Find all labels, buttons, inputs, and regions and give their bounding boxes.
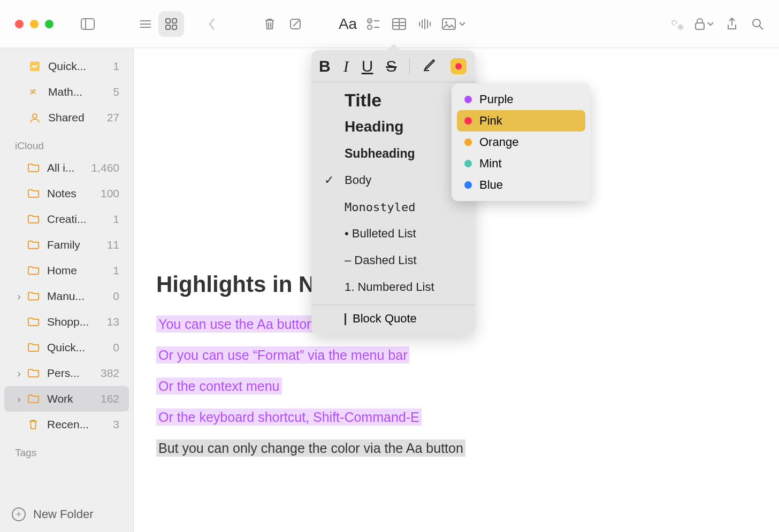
delete-button[interactable]: [257, 11, 282, 37]
share-button[interactable]: [719, 11, 745, 37]
sidebar-item-label: Manu...: [47, 290, 85, 303]
sidebar-item-count: 1: [113, 213, 119, 226]
chevron-right-icon[interactable]: ›: [17, 392, 28, 405]
svg-point-15: [368, 25, 372, 29]
color-swatch-icon: [464, 117, 472, 125]
sidebar-folder[interactable]: ›Manu...0: [4, 283, 129, 309]
style-bl[interactable]: • Bulleted List: [311, 220, 475, 247]
table-button[interactable]: [386, 11, 412, 37]
format-panel: B I U S TitleHeadingSubheading✓BodyMonos…: [311, 50, 475, 335]
sidebar-item-count: 1: [113, 264, 119, 277]
svg-point-36: [33, 114, 37, 118]
style-mono[interactable]: Monostyled: [311, 194, 475, 220]
style-subheading[interactable]: Subheading: [311, 140, 475, 167]
color-orange[interactable]: Orange: [457, 132, 585, 153]
back-button[interactable]: [199, 11, 225, 37]
sidebar-item-count: 100: [101, 187, 119, 200]
sidebar-section-header: iCloud: [0, 130, 133, 155]
sidebar-folder[interactable]: Recen...3: [4, 412, 129, 437]
sidebar-smart-shared[interactable]: Shared27: [4, 105, 129, 130]
svg-rect-31: [696, 23, 704, 29]
folder-icon: [28, 265, 40, 276]
math-icon: ≭: [29, 86, 41, 98]
sidebar-smart-quick-note[interactable]: Quick...1: [4, 53, 129, 79]
note-line: Or the keyboard shortcut, Shift-Command-…: [156, 406, 757, 428]
color-label: Pink: [479, 114, 502, 128]
sidebar-folder[interactable]: All i...1,460: [4, 155, 129, 181]
bold-button[interactable]: B: [319, 57, 331, 75]
sidebar-folder[interactable]: ›Work162: [4, 386, 129, 412]
sidebar-item-label: All i...: [47, 161, 74, 174]
plus-icon: +: [12, 507, 26, 521]
style-body[interactable]: ✓Body: [311, 167, 475, 194]
svg-line-33: [759, 26, 763, 29]
media-button[interactable]: [438, 11, 470, 37]
text-style-row: B I U S: [311, 57, 475, 82]
format-button[interactable]: Aa: [335, 11, 361, 37]
chevron-right-icon[interactable]: ›: [17, 367, 28, 380]
color-label: Blue: [479, 178, 503, 192]
highlight-color-button[interactable]: [450, 58, 467, 74]
zoom-window-button[interactable]: [45, 20, 54, 28]
underline-button[interactable]: U: [362, 57, 373, 75]
strikethrough-button[interactable]: S: [386, 57, 396, 75]
svg-rect-8: [172, 25, 177, 29]
sidebar-item-count: 382: [101, 367, 119, 380]
waveform-icon: [418, 18, 432, 30]
sidebar-folder[interactable]: ›Pers...382: [4, 360, 129, 386]
style-nl[interactable]: 1. Numbered List: [311, 274, 475, 300]
sidebar-folder[interactable]: Home1: [4, 258, 129, 283]
color-label: Orange: [479, 135, 518, 149]
audio-button[interactable]: [412, 11, 438, 37]
sidebar-folder[interactable]: Family11: [4, 232, 129, 258]
color-pink[interactable]: Pink: [457, 110, 585, 132]
svg-point-27: [445, 21, 447, 24]
toggle-sidebar-button[interactable]: [75, 11, 101, 37]
quick-note-icon: [29, 60, 41, 72]
highlight-pen-icon[interactable]: [423, 57, 438, 75]
color-blue[interactable]: Blue: [457, 174, 585, 196]
folder-icon: [28, 162, 40, 174]
lock-icon: [694, 18, 705, 30]
folder-icon: [28, 290, 40, 302]
share-icon: [726, 17, 738, 31]
sidebar-item-label: Math...: [48, 86, 82, 98]
style-title[interactable]: Title: [311, 87, 475, 113]
sidebar-folder[interactable]: Notes100: [4, 181, 129, 206]
view-grid-button[interactable]: [158, 11, 184, 37]
link-icon: [669, 18, 684, 30]
sidebar-item-label: Pers...: [47, 367, 80, 380]
sidebar-item-label: Recen...: [47, 418, 89, 431]
compose-button[interactable]: [282, 11, 308, 37]
chevron-right-icon[interactable]: ›: [17, 290, 28, 303]
sidebar-tags-header: Tags: [0, 437, 133, 462]
italic-button[interactable]: I: [343, 57, 349, 75]
sidebar-item-count: 162: [101, 392, 119, 405]
color-purple[interactable]: Purple: [457, 89, 585, 110]
note-line: Or you can use “Format” via the menu bar: [156, 344, 757, 366]
checkmark-icon: ✓: [324, 173, 334, 187]
close-window-button[interactable]: [15, 20, 24, 28]
grid-icon: [165, 18, 178, 30]
checklist-button[interactable]: [361, 11, 386, 37]
view-list-button[interactable]: [133, 11, 158, 37]
style-heading[interactable]: Heading: [311, 113, 475, 140]
link-button[interactable]: [663, 11, 689, 37]
sidebar-folder[interactable]: Quick...0: [4, 335, 129, 360]
sidebar-folder[interactable]: Shopp...13: [4, 309, 129, 335]
minimize-window-button[interactable]: [30, 20, 39, 28]
lock-button[interactable]: [689, 11, 719, 37]
sidebar-item-count: 1: [113, 60, 119, 73]
new-folder-button[interactable]: + New Folder: [0, 497, 133, 532]
sidebar-smart-math[interactable]: ≭Math...5: [4, 79, 129, 105]
search-button[interactable]: [745, 11, 770, 37]
chevron-down-icon: [707, 22, 714, 26]
table-icon: [392, 18, 406, 30]
sidebar-folder[interactable]: Creati...1: [4, 206, 129, 232]
folder-icon: [28, 213, 40, 225]
block-quote-item[interactable]: Block Quote: [311, 305, 475, 328]
color-mint[interactable]: Mint: [457, 153, 585, 174]
style-dl[interactable]: – Dashed List: [311, 247, 475, 274]
color-swatch-icon: [464, 138, 472, 146]
sidebar-item-count: 5: [113, 86, 119, 98]
